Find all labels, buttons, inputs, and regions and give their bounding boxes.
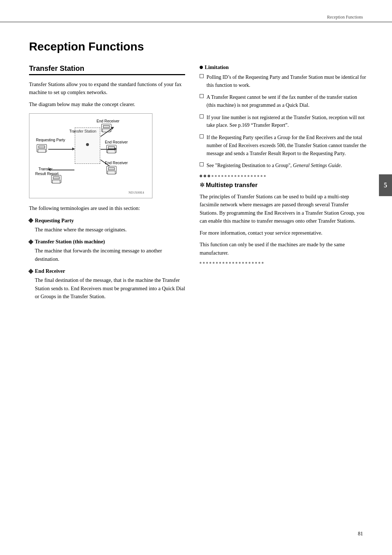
fax-icon-bot [106,166,117,174]
dotted-divider-top [200,175,367,177]
dot-b20 [262,262,264,264]
term-requesting-party-body: The machine where the message originates… [35,226,185,234]
term-transfer-station-heading: Transfer Station (this machine) [29,239,185,245]
end-receiver-bot-label: End Receiver [105,161,128,165]
dot-2 [215,175,217,177]
following-text: The following terminologies are used in … [29,204,185,212]
dot-b2 [203,262,205,264]
dot-b7 [219,262,221,264]
term-end-receiver-body: The final destination of the message, th… [35,276,185,300]
chapter-marker: 5 [379,174,392,196]
diagram-box: End Receiver Transfer Station Requesting… [29,113,152,198]
dot-b10 [229,262,231,264]
dot-b6 [216,262,218,264]
breadcrumb: Reception Functions [327,15,363,20]
diagram-code: ND1X00E4 [128,191,144,194]
end-receiver-mid-label: End Receiver [105,140,128,144]
dot-1 [212,175,213,177]
dot-17 [264,175,266,177]
sun-icon: ✲ [200,182,204,189]
fax-icon-top [101,124,111,132]
dot-10 [241,175,243,177]
dot-b8 [222,262,224,264]
arrow-req-to-ts [48,149,74,150]
list-item: If your line number is not registered at… [200,114,367,129]
requesting-party-label: Requesting Party [36,138,65,142]
dot-b9 [226,262,228,264]
multistep-body-3: This function can only be used if the ma… [200,240,367,257]
dot-large-3 [208,175,210,177]
arrow-result-back [48,170,74,170]
checkbox-icon [200,162,204,166]
section-title: Transfer Station [29,64,185,75]
diamond-icon-3 [28,269,33,274]
dot-b17 [252,262,254,264]
intro-paragraph-1: Transfer Stations allow you to expand th… [29,80,185,97]
dot-14 [254,175,256,177]
checkbox-icon [200,134,204,138]
dot-9 [238,175,240,177]
dot-8 [234,175,236,177]
dot-4 [221,175,223,177]
dot-3 [218,175,220,177]
bullet-dot-icon [200,66,203,69]
dot-large-1 [200,175,202,177]
list-item: A Transfer Request cannot be sent if the… [200,93,367,109]
diamond-icon-1 [28,218,33,223]
term-requesting-party-heading: Requesting Party [29,218,185,224]
dot-16 [261,175,262,177]
dot-7 [231,175,233,177]
dot-b11 [232,262,234,264]
diagram-inner: End Receiver Transfer Station Requesting… [33,119,146,195]
dot-large-2 [204,175,206,177]
page-title: Reception Functions [29,40,367,53]
end-receiver-top-label: End Receiver [97,119,119,123]
dot-b1 [200,262,201,264]
dot-b14 [242,262,244,264]
intro-paragraph-2: The diagram below may make the concept c… [29,100,185,108]
list-item: See "Registering Destination to a Group"… [200,162,367,170]
multistep-body-2: For more information, contact your servi… [200,229,367,237]
dot-b13 [239,262,241,264]
dot-6 [228,175,230,177]
term-transfer-station-body: The machine that forwards the incoming m… [35,247,185,263]
checkbox-icon [200,74,204,78]
dot-b18 [255,262,257,264]
dot-13 [251,175,253,177]
transfer-station-box [75,127,100,164]
page-container: Reception Functions 5 Reception Function… [0,0,392,555]
dot-b15 [245,262,247,264]
dot-12 [248,175,249,177]
diamond-icon-2 [28,239,33,244]
fax-icon-result [51,175,61,183]
multistep-body-1: The principles of Transfer Stations can … [200,193,367,225]
dot-b19 [258,262,260,264]
two-column-layout: Transfer Station Transfer Stations allow… [29,64,367,304]
dot-5 [225,175,226,177]
dot-b5 [213,262,215,264]
right-column: Limitation Polling ID’s of the Requestin… [200,64,367,304]
checkbox-icon [200,94,204,98]
multistep-heading: ✲ Multistep transfer [200,182,367,189]
term-end-receiver-heading: End Receiver [29,268,185,274]
dot-b12 [236,262,237,264]
fax-icon-requesting [37,144,47,152]
dot-b16 [249,262,250,264]
page-number: 81 [358,531,363,537]
arrow-ts-mid [101,149,117,150]
dot-15 [257,175,259,177]
dot-11 [244,175,246,177]
checkbox-icon [200,114,204,118]
list-item: Polling ID’s of the Requesting Party and… [200,73,367,89]
limitation-heading: Limitation [200,64,367,70]
left-column: Transfer Station Transfer Stations allow… [29,64,185,304]
limitation-list: Polling ID’s of the Requesting Party and… [200,73,367,170]
header-line [0,22,392,22]
dot-b3 [206,262,208,264]
dotted-divider-bottom [200,262,367,264]
list-item: If the Requesting Party specifies a Grou… [200,134,367,157]
dot-b4 [209,262,211,264]
